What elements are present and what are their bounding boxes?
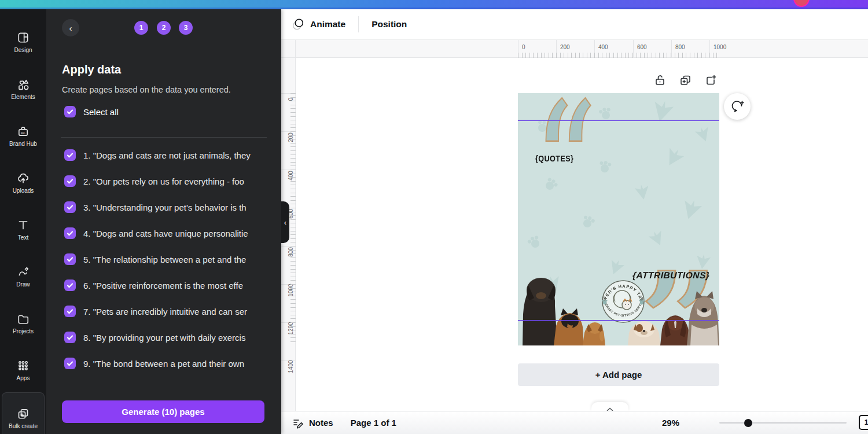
comment-plus-icon — [730, 99, 745, 114]
avatar[interactable] — [793, 0, 810, 7]
divider — [358, 16, 359, 32]
select-all-label: Select all — [83, 107, 119, 117]
row-checkbox[interactable] — [64, 279, 76, 291]
add-page-button[interactable]: + Add page — [518, 363, 719, 386]
row-checkbox[interactable] — [64, 306, 76, 317]
data-row-5[interactable]: 5. "The relationship between a pet and t… — [64, 253, 281, 265]
animate-label: Animate — [310, 19, 345, 30]
pages-view-button[interactable]: 1 — [859, 415, 868, 430]
zoom-level-label: 29% — [662, 418, 679, 428]
comment-button[interactable] — [724, 93, 751, 120]
select-all-row[interactable]: Select all — [64, 106, 119, 117]
page-artwork: “ ” MEYER'S HAPPY TAILS SOMERSET PET-SIT… — [518, 93, 719, 345]
quotes-placeholder-text[interactable]: {QUOTES} — [535, 153, 573, 163]
check-icon — [67, 108, 73, 115]
select-all-checkbox[interactable] — [64, 106, 76, 117]
position-button[interactable]: Position — [372, 19, 407, 30]
notes-icon — [292, 417, 304, 429]
app-sidebar: Design Elements co. Brand Hub Uploads Te… — [0, 9, 46, 434]
data-row-4[interactable]: 4. "Dogs and cats have unique personalit… — [64, 227, 281, 239]
ruler-tick-label: 800 — [675, 44, 685, 50]
draw-icon — [17, 266, 30, 278]
purple-guide-top[interactable] — [518, 120, 719, 121]
sidebar-item-elements[interactable]: Elements — [0, 69, 46, 109]
ruler-tick-label: 600 — [637, 44, 647, 50]
attributions-placeholder-text[interactable]: {ATTRIBUTIONS} — [632, 270, 710, 281]
sidebar-item-label: Elements — [11, 94, 35, 100]
sidebar-item-label: Design — [14, 47, 32, 53]
brand-hub-icon: co. — [17, 125, 30, 138]
animate-button[interactable]: Animate — [291, 17, 345, 31]
row-label: 7. "Pets are incredibly intuitive and ca… — [83, 307, 280, 317]
sidebar-item-uploads[interactable]: Uploads — [0, 163, 46, 203]
notes-button[interactable]: Notes — [292, 417, 333, 429]
ruler-corner — [281, 40, 296, 58]
row-checkbox[interactable] — [64, 332, 76, 343]
text-icon — [17, 219, 30, 231]
position-label: Position — [372, 19, 407, 30]
zoom-slider-thumb[interactable] — [744, 419, 752, 427]
apps-icon — [17, 359, 30, 372]
row-checkbox[interactable] — [64, 358, 76, 369]
row-label: 6. "Positive reinforcement is the most e… — [83, 281, 280, 290]
data-row-8[interactable]: 8. "By providing your pet with daily exe… — [64, 332, 281, 343]
lock-open-icon[interactable] — [654, 74, 665, 86]
ruler-tick-label: 400 — [598, 44, 608, 50]
horizontal-ruler: 0 200 400 600 800 1000 — [296, 40, 868, 58]
sidebar-item-label: Text — [18, 234, 28, 241]
row-checkbox[interactable] — [64, 253, 76, 265]
back-button[interactable]: ‹ — [62, 19, 79, 36]
data-row-2[interactable]: 2. "Our pets rely on us for everything -… — [64, 175, 281, 187]
sidebar-item-draw[interactable]: Draw — [0, 256, 46, 297]
row-label: 2. "Our pets rely on us for everything -… — [83, 176, 280, 186]
generate-pages-button[interactable]: Generate (10) pages — [62, 400, 264, 423]
ruler-tick-label: 1000 — [713, 44, 726, 50]
data-row-1[interactable]: 1. "Dogs and cats are not just animals, … — [64, 149, 281, 161]
ruler-tick-label: 0 — [522, 44, 525, 50]
row-checkbox[interactable] — [64, 149, 76, 161]
collapse-bottom-tab[interactable] — [591, 402, 628, 411]
notes-label: Notes — [309, 418, 333, 428]
check-icon — [67, 178, 73, 185]
sidebar-item-brand-hub[interactable]: co. Brand Hub — [0, 116, 46, 156]
row-checkbox[interactable] — [64, 175, 76, 187]
check-icon — [67, 282, 73, 289]
data-row-7[interactable]: 7. "Pets are incredibly intuitive and ca… — [64, 306, 281, 317]
step-badge-3[interactable]: 3 — [179, 21, 193, 35]
sidebar-item-label: Brand Hub — [9, 141, 37, 147]
bottom-status-bar: Notes Page 1 of 1 29% 1 — [281, 411, 868, 434]
panel-title: Apply data — [62, 63, 121, 76]
purple-guide-bottom[interactable] — [518, 320, 719, 321]
data-row-6[interactable]: 6. "Positive reinforcement is the most e… — [64, 279, 281, 291]
svg-text:co.: co. — [21, 131, 25, 134]
collapse-panel-tab[interactable]: ‹ — [281, 201, 289, 243]
row-label: 1. "Dogs and cats are not just animals, … — [83, 150, 280, 160]
sidebar-item-text[interactable]: Text — [0, 209, 46, 250]
check-icon — [67, 152, 73, 159]
ruler-tick-label: 200 — [560, 44, 570, 50]
data-row-9[interactable]: 9. "The bond between a pet and their own — [64, 358, 281, 369]
data-row-3[interactable]: 3. "Understanding your pet's behavior is… — [64, 201, 281, 213]
sidebar-item-apps[interactable]: Apps — [0, 350, 46, 391]
sidebar-item-label: Apps — [17, 375, 30, 381]
row-checkbox[interactable] — [64, 227, 76, 239]
duplicate-page-icon[interactable] — [679, 74, 691, 86]
sidebar-item-bulk-create[interactable]: Bulk create — [0, 398, 46, 434]
add-new-page-icon[interactable] — [705, 74, 716, 86]
sidebar-item-projects[interactable]: Projects — [0, 303, 46, 344]
sidebar-item-label: Bulk create — [9, 423, 38, 429]
zoom-slider[interactable] — [719, 422, 847, 424]
sidebar-item-design[interactable]: Design — [0, 22, 46, 62]
elements-icon — [17, 78, 30, 91]
check-icon — [67, 230, 73, 237]
step-badge-1[interactable]: 1 — [134, 21, 148, 35]
animate-icon — [291, 17, 305, 31]
top-gradient-bar — [0, 0, 868, 9]
row-checkbox[interactable] — [64, 201, 76, 213]
check-icon — [67, 256, 73, 263]
step-badge-2[interactable]: 2 — [157, 21, 171, 35]
design-icon — [17, 31, 30, 44]
vertical-ruler: 0 200 400 600 800 1000 1200 1400 — [281, 58, 296, 434]
design-page[interactable]: “ ” MEYER'S HAPPY TAILS SOMERSET PET-SIT… — [518, 93, 719, 345]
opening-quote-mark[interactable]: “ — [534, 93, 596, 263]
